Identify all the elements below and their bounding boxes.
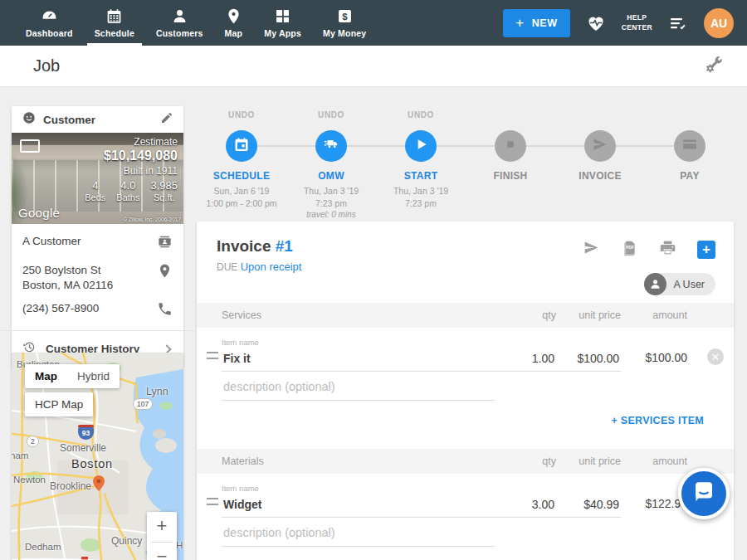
assignee-name: A User [673,279,705,290]
assignee-chip[interactable]: A User [644,273,715,295]
google-logo: Google [18,206,60,220]
step-label: START [404,170,438,182]
street-view-frame-icon [20,139,40,153]
location-pin-icon[interactable] [157,263,173,293]
map-label-brookline: Brookline [50,480,91,492]
stop-icon [502,136,519,156]
heart-pulse-icon[interactable] [586,13,606,33]
nav-item-map[interactable]: Map [214,0,254,46]
help-center-button[interactable]: HELP CENTER [622,13,652,32]
section-name: Materials [222,455,495,467]
qty-input[interactable] [495,352,556,372]
property-photo[interactable]: Zestimate $10,149,080 Built in 1911 4 Be… [12,133,183,224]
pay-step-button[interactable] [674,130,706,162]
start-step-button[interactable] [405,130,437,162]
item-name-input[interactable] [222,352,495,372]
pdf-icon[interactable]: PDF [621,239,638,260]
step-label: INVOICE [579,170,621,182]
due-value-link[interactable]: Upon receipt [241,261,302,273]
zoom-in-button[interactable]: + [147,512,177,542]
customer-address-row: 250 Boylston St Boston, MA 02116 [22,263,173,293]
top-navbar: Dashboard Schedule Customers Map My Apps… [0,0,747,46]
item-name-label: Item name [222,484,495,493]
finish-step-button[interactable] [495,130,526,162]
nav-item-my-money[interactable]: $ My Money [312,0,377,46]
job-tools-icon[interactable] [704,55,724,78]
map-label-hingham: Hi [176,540,183,550]
nav-label: Customers [156,28,203,38]
person-icon [171,7,188,25]
contact-card-icon[interactable] [157,234,173,254]
unit-price-input[interactable] [556,498,621,518]
customer-phone: (234) 567-8900 [22,301,157,321]
map-label-waltham: ham [12,450,28,460]
schedule-step-button[interactable] [226,130,257,162]
nav-item-schedule[interactable]: Schedule [84,0,145,46]
map-label-boston: Boston [71,457,113,470]
chat-smile-icon [691,480,716,508]
item-name-input[interactable] [222,498,495,518]
map-pin-icon [225,7,242,25]
invoice-number[interactable]: #1 [276,237,293,255]
help-line1: HELP [622,13,652,22]
description-input[interactable] [222,526,495,547]
step-label: PAY [680,170,700,182]
undo-link[interactable]: UNDO [228,110,255,124]
chat-widget-button[interactable] [678,468,730,519]
unit-price-input[interactable] [556,352,621,372]
drag-handle-icon[interactable] [207,352,218,359]
zoom-out-button[interactable]: − [147,543,177,560]
map-canvas[interactable]: Burlington Lynn ham Somerville Boston Ne… [12,353,183,560]
print-icon[interactable] [659,239,676,260]
timeline-step-schedule: UNDO SCHEDULE Sun, Jan 6 '19 1:00 pm - 2… [197,110,286,221]
navbar-right: + NEW HELP CENTER AU [503,0,747,46]
nav-item-my-apps[interactable]: My Apps [253,0,312,46]
nav-item-dashboard[interactable]: Dashboard [15,0,84,46]
assignee-avatar-icon [644,273,666,295]
line-amount: $100.00 [621,351,697,372]
omw-step-button[interactable] [315,130,347,162]
delete-item-button[interactable]: ✕ [707,348,724,365]
calendar-icon [105,7,123,25]
step-date: Thu, Jan 3 '19 [393,185,448,197]
customer-card-title: Customer [43,114,154,126]
help-line2: CENTER [622,23,652,32]
gauge-icon [41,7,58,25]
description-input[interactable] [222,380,495,401]
send-icon[interactable] [583,239,600,260]
phone-icon[interactable] [157,301,173,321]
new-button[interactable]: + NEW [503,9,570,37]
add-button[interactable]: + [697,241,715,259]
map-zoom-control: + − [147,512,177,560]
customer-name: A Customer [22,234,157,254]
step-date: Thu, Jan 3 '19 [304,185,359,197]
customer-face-icon [22,110,37,129]
map-button[interactable]: Map [25,364,67,388]
stat-baths: 4.0 Baths [116,179,139,202]
user-avatar[interactable]: AU [704,8,734,38]
map-label-somerville: Somerville [60,442,106,454]
nav-item-customers[interactable]: Customers [145,0,214,46]
qty-input[interactable] [495,498,556,518]
step-time: 1:00 pm - 2:00 pm [206,197,276,210]
add-materials-row: + MATERIALS ITEM [197,547,734,560]
hcp-map-button[interactable]: HCP Map [25,392,93,416]
list-check-icon[interactable] [668,13,688,33]
apps-grid-icon [274,7,291,25]
timeline-step-start: UNDO START Thu, Jan 3 '19 7:23 pm [376,110,466,221]
undo-link[interactable]: UNDO [408,110,434,124]
step-time: 7:23 pm [405,197,437,210]
zestimate-value: $10,149,080 [85,149,178,163]
undo-link[interactable]: UNDO [318,110,344,124]
materials-description-row [197,518,734,547]
add-services-item-link[interactable]: + SERVICES ITEM [611,415,704,426]
edit-pencil-icon[interactable] [160,111,173,128]
map-label-lynn: Lynn [146,386,168,397]
hybrid-button[interactable]: Hybrid [67,364,120,388]
amount-header: amount [621,455,697,467]
address-line1: 250 Boylston St [22,263,157,278]
drag-handle-icon[interactable] [207,498,218,505]
qty-header: qty [495,309,556,321]
step-travel: travel: 0 mins [306,209,355,221]
invoice-step-button[interactable] [584,130,616,162]
